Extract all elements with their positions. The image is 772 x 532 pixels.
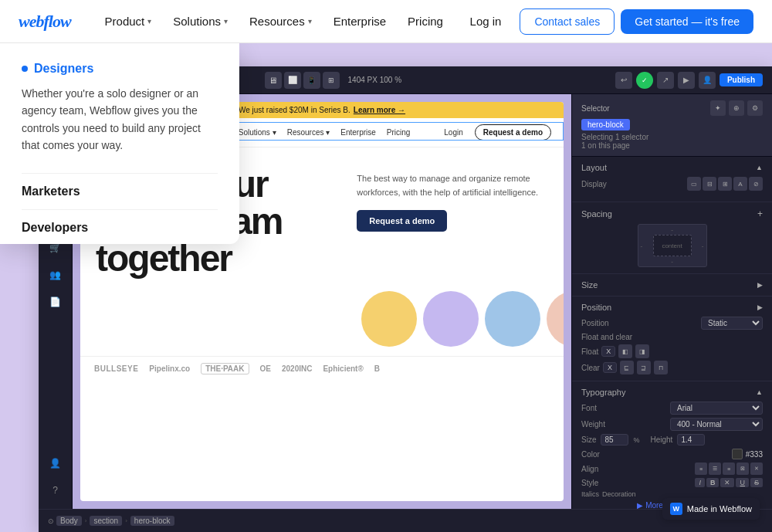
editor-undo-icon[interactable]: ↩	[615, 72, 632, 89]
nav-right: Log in Contact sales Get started — it's …	[458, 8, 753, 35]
float-right[interactable]: ◨	[635, 344, 649, 358]
made-in-webflow-badge[interactable]: W Made in Webflow	[662, 498, 760, 520]
device-desktop-icon[interactable]: 🖥	[265, 72, 282, 89]
style-bold[interactable]: B	[706, 478, 720, 487]
tool-users[interactable]: 👥	[43, 263, 68, 287]
position-section-title[interactable]: Position ▶	[581, 303, 763, 312]
display-block[interactable]: ▭	[687, 177, 701, 191]
clear-x[interactable]: X	[603, 362, 617, 373]
display-none[interactable]: ⊘	[749, 177, 763, 191]
nav-item-solutions-label: Solutions	[173, 15, 221, 28]
position-type-select[interactable]: Static	[701, 317, 763, 330]
nav-item-enterprise-label: Enterprise	[334, 15, 386, 28]
display-row: Display ▭ ⊟ ⊞ A ⊘	[581, 177, 763, 191]
logo-oe: OE	[260, 364, 271, 373]
editor-device-icons: 🖥 ⬜ 📱 ⊞ 1404 PX 100 %	[265, 72, 402, 89]
size-section-title[interactable]: Size ▶	[581, 280, 763, 290]
inner-nav-pricing[interactable]: Pricing	[381, 126, 416, 139]
typography-section-title[interactable]: Typography ▲	[581, 388, 763, 397]
display-inline[interactable]: A	[733, 177, 747, 191]
breadcrumb-item-hero[interactable]: hero-block	[130, 517, 174, 525]
align-center[interactable]: ☰	[709, 463, 721, 475]
inner-nav-enterprise[interactable]: Enterprise	[335, 126, 381, 139]
style-x[interactable]: ✕	[720, 478, 734, 487]
float-x[interactable]: X	[601, 346, 615, 357]
tool-pages[interactable]: 📄	[43, 290, 68, 314]
clear-both[interactable]: ⊓	[654, 361, 668, 374]
editor-preview-icon[interactable]: ▶	[678, 72, 695, 89]
get-started-button[interactable]: Get started — it's free	[621, 9, 753, 34]
dropdown-panel: Designers Whether you're a solo designer…	[0, 43, 239, 244]
contact-sales-button[interactable]: Contact sales	[520, 8, 615, 35]
inner-demo-button[interactable]: Request a demo	[475, 124, 551, 141]
logo-ephicient: Ephicient®	[323, 364, 363, 373]
device-mobile-icon[interactable]: 📱	[303, 72, 320, 89]
nav-item-solutions[interactable]: Solutions ▾	[164, 10, 237, 32]
inner-login-button[interactable]: Login	[438, 126, 468, 139]
breadcrumb-item-body[interactable]: ⊙ Body	[48, 516, 82, 526]
panel-icon-3[interactable]: ⚙	[747, 100, 763, 116]
spacing-section-title[interactable]: Spacing +	[581, 208, 763, 219]
style-strikethrough[interactable]: S	[750, 478, 763, 487]
nav-chevron-solutions: ▾	[224, 17, 228, 25]
nav-item-pricing-label: Pricing	[408, 15, 443, 28]
layout-section-title[interactable]: Layout ▲	[581, 163, 763, 172]
login-button[interactable]: Log in	[458, 8, 514, 34]
display-grid[interactable]: ⊞	[718, 177, 732, 191]
logo-pipelinx: Pipelinx.co	[149, 364, 190, 373]
color-swatch[interactable]	[732, 449, 743, 459]
weight-label: Weight	[581, 420, 605, 429]
announcement-link[interactable]: Learn more →	[354, 106, 405, 114]
spacing-label: Spacing	[581, 209, 612, 219]
nav-item-enterprise[interactable]: Enterprise	[324, 10, 395, 32]
clear-left[interactable]: ⊑	[620, 361, 634, 374]
panel-icon-2[interactable]: ⊕	[729, 100, 744, 116]
dropdown-developers[interactable]: Developers	[22, 209, 218, 246]
nav-item-product[interactable]: Product ▾	[96, 10, 161, 32]
font-select[interactable]: Arial	[670, 402, 763, 415]
dropdown-marketers[interactable]: Marketers	[22, 173, 218, 209]
inner-nav-resources[interactable]: Resources ▾	[282, 126, 336, 139]
logo-b: B	[374, 364, 380, 373]
circle-yellow	[361, 291, 417, 347]
nav-item-resources[interactable]: Resources ▾	[240, 10, 321, 32]
align-left[interactable]: ≡	[695, 463, 707, 475]
position-chevron: ▶	[757, 303, 763, 311]
style-italic[interactable]: I	[695, 478, 705, 487]
editor-user-icon[interactable]: 👤	[699, 72, 716, 89]
tool-members[interactable]: 👤	[43, 451, 68, 476]
tool-help[interactable]: ?	[43, 478, 68, 503]
align-none[interactable]: ✕	[750, 463, 763, 475]
selector-chip[interactable]: hero-block	[581, 119, 630, 130]
color-label: Color	[581, 450, 600, 459]
height-label: Height	[650, 435, 672, 444]
breadcrumb-sep-1: ›	[85, 517, 87, 524]
hero-cta-button[interactable]: Request a demo	[357, 210, 447, 232]
hero-right-text: The best way to manage and organize remo…	[357, 172, 548, 199]
height-field[interactable]	[677, 434, 705, 446]
dropdown-dot	[22, 66, 28, 72]
device-tablet-icon[interactable]: ⬜	[284, 72, 301, 89]
weight-select[interactable]: 400 - Normal	[670, 418, 763, 431]
logo-row: BULLSEYE Pipelinx.co THE·PAAK OE 2020INC…	[80, 356, 564, 381]
color-hex: #333	[746, 450, 763, 459]
typography-section: Typography ▲ Font Arial Weight 400 - Nor…	[572, 381, 772, 509]
align-right[interactable]: ≡	[723, 463, 735, 475]
panel-icon-1[interactable]: ✦	[710, 100, 726, 116]
align-justify[interactable]: ⊠	[736, 463, 749, 475]
device-more-icon[interactable]: ⊞	[323, 72, 340, 89]
editor-status-icon[interactable]: ✓	[636, 72, 653, 89]
webflow-logo[interactable]: webflow	[19, 12, 71, 32]
editor-share-icon[interactable]: ↗	[657, 72, 674, 89]
inner-nav-solutions[interactable]: Solutions ▾	[233, 126, 282, 139]
publish-button[interactable]: Publish	[720, 73, 763, 86]
clear-right[interactable]: ⊒	[637, 361, 651, 374]
style-underline[interactable]: U	[736, 478, 749, 487]
nav-item-pricing[interactable]: Pricing	[398, 10, 452, 32]
spacing-plus[interactable]: +	[757, 208, 763, 219]
size-field[interactable]	[601, 434, 628, 446]
float-left[interactable]: ◧	[618, 344, 632, 358]
display-flex[interactable]: ⊟	[703, 177, 716, 191]
announcement-text: We just raised $20M in Series B.	[239, 106, 350, 114]
breadcrumb-item-section[interactable]: section	[90, 517, 122, 525]
